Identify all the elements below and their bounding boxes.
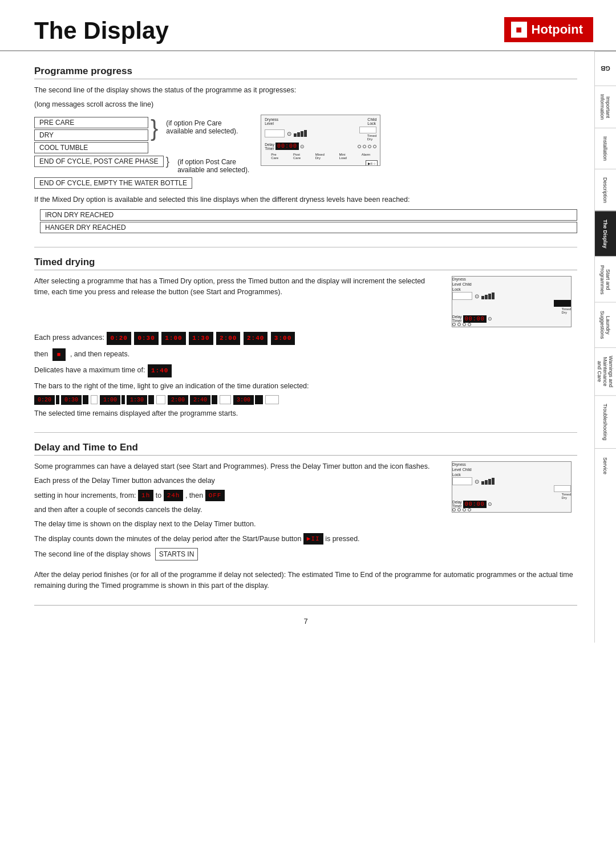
time-val-130: 1:30	[189, 332, 213, 345]
sidebar-tab-warnings[interactable]: Warnings andMaintenanceand Care	[595, 347, 616, 395]
then-para: then ■ , and then repeats.	[34, 348, 577, 361]
filled-square: ■	[52, 348, 66, 361]
advances-para: Each press advances: 0:20 0:30 1:00 1:30…	[34, 332, 577, 345]
section-programme-progress: Programme progress The second line of th…	[34, 66, 577, 233]
post-care-note: (if option Post Care available and selec…	[177, 156, 249, 174]
delicates-val: 1:40	[148, 364, 172, 377]
mixed-dry-para: If the Mixed Dry option is available and…	[34, 194, 577, 205]
display-box-cool-tumble: COOL TUMBLE	[34, 142, 148, 153]
delicates-para: Delicates have a maximum time of: 1:40	[34, 364, 577, 377]
display-box-iron-dry: IRON DRY REACHED	[40, 209, 577, 221]
time-bar-row: 0:20 0:30 1:00 1:30 2:00	[34, 395, 577, 405]
hotpoint-logo: ■ Hotpoint	[504, 17, 593, 42]
right-sidebar: GB ImportantInformation Installation Des…	[594, 51, 616, 643]
section-delay-time: Delay and Time to End Some programmes ca…	[34, 442, 577, 591]
sidebar-tab-troubleshooting[interactable]: Troubleshooting	[595, 395, 616, 448]
prog-boxes-post: END OF CYCLE, POST CARE PHASE	[34, 156, 164, 167]
delay-para6: After the delay period finishes (or for …	[34, 570, 577, 591]
programme-layout: PRE CARE DRY COOL TUMBLE } (if option Pr…	[34, 115, 577, 189]
page-number: 7	[303, 617, 307, 625]
timed-left: After selecting a programme that has a T…	[34, 276, 440, 327]
sidebar-tab-laundry[interactable]: LaundrySuggestions	[595, 302, 616, 347]
timed-right: DrynessLevel ChildLock ⊙	[452, 276, 577, 327]
delay-setting: setting in hour increments, from: 1h to …	[34, 490, 440, 502]
content-area: Programme progress The second line of th…	[0, 51, 616, 643]
machine-row4: ▶II ○	[261, 160, 380, 166]
display-box-hanger-dry: HANGER DRY REACHED	[40, 222, 577, 233]
end-of-cycle-group: END OF CYCLE, EMPTY THE WATER BOTTLE	[34, 177, 249, 189]
time-val-100: 1:00	[161, 332, 185, 345]
display-box-end-cycle: END OF CYCLE, EMPTY THE WATER BOTTLE	[34, 177, 192, 189]
sidebar-tab-installation[interactable]: Installation	[595, 128, 616, 169]
segment-240: 2:40	[190, 395, 217, 405]
timed-layout: After selecting a programme that has a T…	[34, 276, 577, 327]
delay-para2: Each press of the Delay Timer button adv…	[34, 476, 440, 486]
segment-030: 0:30	[61, 395, 88, 405]
brace-symbol-post: }	[166, 156, 170, 167]
display-box-end-post: END OF CYCLE, POST CARE PHASE	[34, 156, 164, 167]
prog-boxes-top: PRE CARE DRY COOL TUMBLE	[34, 117, 148, 153]
machine-row2: ⊙ TimedDry	[261, 125, 380, 142]
post-care-group: END OF CYCLE, POST CARE PHASE } (if opti…	[34, 156, 249, 174]
off-val: OFF	[205, 490, 225, 502]
page-footer: 7	[34, 605, 577, 631]
delay-left: Some programmes can have a delayed start…	[34, 461, 440, 564]
segment-200: 2:00	[168, 395, 188, 405]
delay-para1: Some programmes can have a delayed start…	[34, 461, 440, 472]
machine-row1: DrynessLevel ChildLock	[261, 115, 380, 125]
section-heading-timed: Timed drying	[34, 257, 577, 270]
brace-symbol-pre: }	[151, 117, 158, 140]
pre-care-note: (if option Pre Care available and select…	[166, 117, 238, 135]
starts-in-box: STARTS IN	[155, 548, 198, 560]
time-val-030: 0:30	[134, 332, 158, 345]
starts-note: The selected time remains displayed afte…	[34, 408, 577, 419]
time-val-020: 0:20	[107, 332, 131, 345]
machine-display-prog: DrynessLevel ChildLock ⊙	[261, 115, 380, 166]
to-val: 24h	[164, 490, 184, 502]
pre-care-group: PRE CARE DRY COOL TUMBLE } (if option Pr…	[34, 117, 249, 153]
segment-020: 0:20	[34, 395, 59, 405]
advances-section: Each press advances: 0:20 0:30 1:00 1:30…	[34, 332, 577, 419]
bars	[294, 130, 307, 137]
machine-diagram-prog: DrynessLevel ChildLock ⊙	[261, 115, 386, 166]
page-title: The Display	[34, 17, 169, 44]
brand-name: Hotpoint	[532, 22, 583, 37]
delay-para4: The delay time is shown on the display n…	[34, 519, 440, 530]
display-box-pre-care: PRE CARE	[34, 117, 148, 128]
sidebar-tab-the-display[interactable]: The Display	[595, 211, 616, 257]
sidebar-tab-important[interactable]: ImportantInformation	[595, 86, 616, 128]
segment-300: 3:00	[233, 395, 263, 405]
sidebar-tab-service[interactable]: Service	[595, 448, 616, 482]
section-rule-2	[34, 432, 577, 433]
from-val: 1h	[138, 490, 153, 502]
sidebar-tab-start-programmes[interactable]: Start andProgrammes	[595, 257, 616, 303]
timed-para1: After selecting a programme that has a T…	[34, 276, 440, 298]
time-val-300: 3:00	[271, 332, 295, 345]
reach-list: IRON DRY REACHED HANGER DRY REACHED	[40, 209, 577, 233]
hotpoint-icon: ■	[511, 22, 527, 38]
dots	[358, 145, 376, 148]
sidebar-tab-description[interactable]: Description	[595, 169, 616, 211]
section-heading-delay: Delay and Time to End	[34, 442, 577, 456]
second-line-para: The second line of the display shows STA…	[34, 548, 440, 560]
main-content: Programme progress The second line of th…	[0, 51, 594, 643]
page-header: The Display ■ Hotpoint	[0, 0, 616, 51]
delay-layout: Some programmes can have a delayed start…	[34, 461, 577, 564]
start-pause-symbol: ▶II	[303, 533, 323, 545]
display-box-dry: DRY	[34, 129, 148, 141]
section-heading-programme: Programme progress	[34, 66, 577, 79]
prog-intro1: The second line of the display shows the…	[34, 85, 577, 96]
prog-intro2: (long messages scroll across the line)	[34, 99, 577, 110]
machine-display-delay: DrynessLevel ChildLock ⊙	[452, 461, 572, 513]
programme-left: PRE CARE DRY COOL TUMBLE } (if option Pr…	[34, 115, 249, 189]
machine-row5: PreCare PostCare MixedDry MiniLoad Alarm	[261, 152, 380, 160]
machine-row3: DelayTimer 00:00 ⊙	[261, 142, 380, 152]
section-rule-1	[34, 247, 577, 247]
delay-right: DrynessLevel ChildLock ⊙	[452, 461, 577, 564]
time-val-200: 2:00	[216, 332, 240, 345]
section-timed-drying: Timed drying After selecting a programme…	[34, 257, 577, 419]
segment-100: 1:00	[100, 395, 125, 405]
segment-130: 1:30	[127, 395, 154, 405]
machine-display-timed: DrynessLevel ChildLock ⊙	[452, 276, 572, 327]
delay-para3: and then after a couple of seconds cance…	[34, 505, 440, 515]
